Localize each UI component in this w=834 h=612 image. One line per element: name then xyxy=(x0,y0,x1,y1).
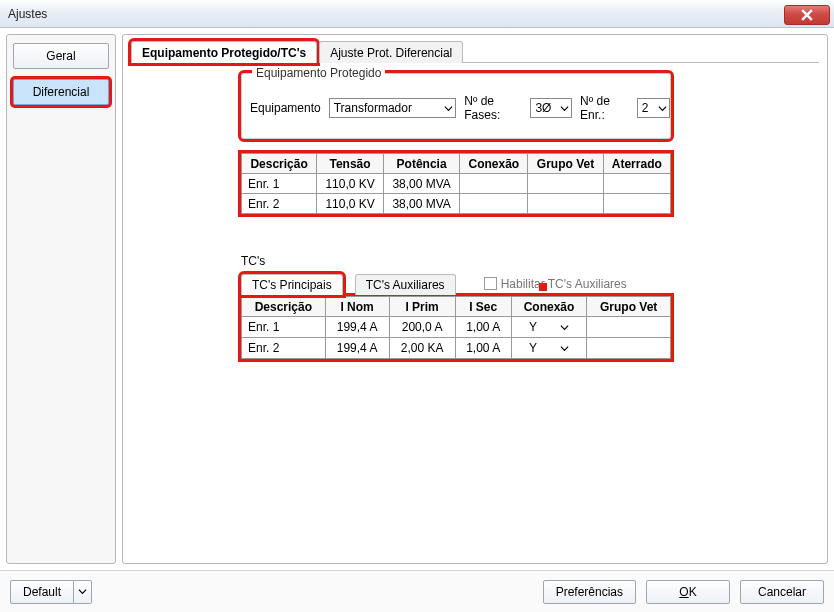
preferencias-button[interactable]: Preferências xyxy=(543,580,636,604)
col-descricao: Descrição xyxy=(242,154,317,174)
col-conexao: Conexão xyxy=(460,154,528,174)
work-area: Geral Diferencial Equipamento Protegido/… xyxy=(0,28,834,570)
habilitar-tc-aux[interactable]: Habilitar TC's Auxiliares xyxy=(484,277,627,291)
tab-label: Ajuste Prot. Diferencial xyxy=(330,46,452,60)
cell[interactable] xyxy=(528,194,603,214)
cell[interactable] xyxy=(460,174,528,194)
close-button[interactable] xyxy=(784,5,830,25)
equip-dropdown[interactable]: Transformador xyxy=(329,98,457,118)
main-tabs: Equipamento Protegido/TC's Ajuste Prot. … xyxy=(131,39,819,63)
checkbox-label: Habilitar TC's Auxiliares xyxy=(501,277,627,291)
sidebar-item-diferencial[interactable]: Diferencial xyxy=(13,79,109,105)
cell[interactable]: 199,4 A xyxy=(325,317,389,338)
cell[interactable]: Enr. 1 xyxy=(242,174,317,194)
equipamento-area: Equipamento Protegido Equipamento Transf… xyxy=(241,73,819,214)
cell[interactable]: 1,00 A xyxy=(455,338,511,359)
table-header-row: Descrição I Nom I Prim I Sec Conexão Gru… xyxy=(242,297,671,317)
col-potencia: Potência xyxy=(383,154,459,174)
equip-label: Equipamento xyxy=(250,101,321,115)
tc-title: TC's xyxy=(241,254,671,268)
sidebar-item-label: Diferencial xyxy=(33,85,90,99)
chevron-down-icon xyxy=(560,344,569,353)
button-label: Cancelar xyxy=(758,585,806,599)
col-conexao: Conexão xyxy=(511,297,587,317)
cell[interactable] xyxy=(587,317,671,338)
equip-dropdown-value: Transformador xyxy=(334,101,412,115)
cell[interactable]: Enr. 2 xyxy=(242,338,326,359)
cell[interactable]: 38,00 MVA xyxy=(383,174,459,194)
content-panel: Equipamento Protegido/TC's Ajuste Prot. … xyxy=(122,34,828,564)
button-label: Preferências xyxy=(556,585,623,599)
col-grupovet: Grupo Vet xyxy=(587,297,671,317)
tab-ajuste-diferencial[interactable]: Ajuste Prot. Diferencial xyxy=(319,41,463,63)
sub-tab-auxiliares[interactable]: TC's Auxiliares xyxy=(355,274,456,295)
default-split-button[interactable]: Default xyxy=(10,580,92,604)
button-label: OK xyxy=(679,585,696,599)
title-bar: Ajustes xyxy=(0,0,834,28)
cell[interactable] xyxy=(460,194,528,214)
default-button[interactable]: Default xyxy=(10,580,74,604)
red-marker xyxy=(539,283,547,291)
sidebar: Geral Diferencial xyxy=(6,34,116,564)
sub-tab-principais[interactable]: TC's Principais xyxy=(241,274,343,295)
tc-section: TC's TC's Principais TC's Auxiliares Hab… xyxy=(241,254,671,359)
cell[interactable]: 200,0 A xyxy=(389,317,455,338)
chevron-down-icon xyxy=(444,104,453,113)
default-caret[interactable] xyxy=(74,580,92,604)
enr-dropdown-value: 2 xyxy=(642,101,649,115)
chevron-down-icon xyxy=(78,587,87,596)
cell[interactable]: Y xyxy=(511,338,587,359)
table-header-row: Descrição Tensão Potência Conexão Grupo … xyxy=(242,154,671,174)
cell[interactable]: 1,00 A xyxy=(455,317,511,338)
cell[interactable] xyxy=(528,174,603,194)
col-tensao: Tensão xyxy=(317,154,384,174)
cell[interactable] xyxy=(587,338,671,359)
equip-field-row: Equipamento Transformador Nº de Fases: 3… xyxy=(250,94,670,122)
cell[interactable]: 110,0 KV xyxy=(317,194,384,214)
chevron-down-icon xyxy=(560,323,569,332)
cell[interactable]: Enr. 2 xyxy=(242,194,317,214)
fases-label: Nº de Fases: xyxy=(464,94,522,122)
chevron-down-icon xyxy=(658,104,667,113)
fases-dropdown-value: 3Ø xyxy=(535,101,551,115)
button-label: Default xyxy=(23,585,61,599)
sidebar-item-geral[interactable]: Geral xyxy=(13,43,109,69)
tab-equipamento[interactable]: Equipamento Protegido/TC's xyxy=(131,41,317,63)
cell[interactable]: Y xyxy=(511,317,587,338)
cell[interactable] xyxy=(603,174,670,194)
right-buttons: Preferências OK Cancelar xyxy=(543,580,824,604)
cell[interactable] xyxy=(603,194,670,214)
enr-label: Nº de Enr.: xyxy=(580,94,629,122)
cell[interactable]: 2,00 KA xyxy=(389,338,455,359)
sub-tab-label: TC's Auxiliares xyxy=(366,278,445,292)
tab-label: Equipamento Protegido/TC's xyxy=(142,46,306,60)
cancelar-button[interactable]: Cancelar xyxy=(740,580,824,604)
enr-dropdown[interactable]: 2 xyxy=(637,98,670,118)
fases-dropdown[interactable]: 3Ø xyxy=(530,98,572,118)
table-row[interactable]: Enr. 1 110,0 KV 38,00 MVA xyxy=(242,174,671,194)
checkbox-icon xyxy=(484,277,497,290)
col-grupovet: Grupo Vet xyxy=(528,154,603,174)
window-title: Ajustes xyxy=(8,7,47,21)
cell[interactable]: 110,0 KV xyxy=(317,174,384,194)
table-row[interactable]: Enr. 2 110,0 KV 38,00 MVA xyxy=(242,194,671,214)
groupbox-legend: Equipamento Protegido xyxy=(252,66,385,80)
conexao-value: Y xyxy=(529,320,537,334)
tc-table: Descrição I Nom I Prim I Sec Conexão Gru… xyxy=(241,296,671,359)
col-isec: I Sec xyxy=(455,297,511,317)
conexao-dropdown[interactable]: Y xyxy=(527,340,571,356)
col-aterrado: Aterrado xyxy=(603,154,670,174)
cell[interactable]: Enr. 1 xyxy=(242,317,326,338)
sidebar-item-label: Geral xyxy=(46,49,75,63)
ok-button[interactable]: OK xyxy=(646,580,730,604)
table-row[interactable]: Enr. 1 199,4 A 200,0 A 1,00 A Y xyxy=(242,317,671,338)
col-iprim: I Prim xyxy=(389,297,455,317)
bottom-bar: Default Preferências OK Cancelar xyxy=(0,570,834,612)
equip-table: Descrição Tensão Potência Conexão Grupo … xyxy=(241,153,671,214)
close-icon xyxy=(801,9,813,21)
table-row[interactable]: Enr. 2 199,4 A 2,00 KA 1,00 A Y xyxy=(242,338,671,359)
equipamento-groupbox: Equipamento Protegido Equipamento Transf… xyxy=(241,73,671,139)
conexao-dropdown[interactable]: Y xyxy=(527,319,571,335)
cell[interactable]: 199,4 A xyxy=(325,338,389,359)
cell[interactable]: 38,00 MVA xyxy=(383,194,459,214)
